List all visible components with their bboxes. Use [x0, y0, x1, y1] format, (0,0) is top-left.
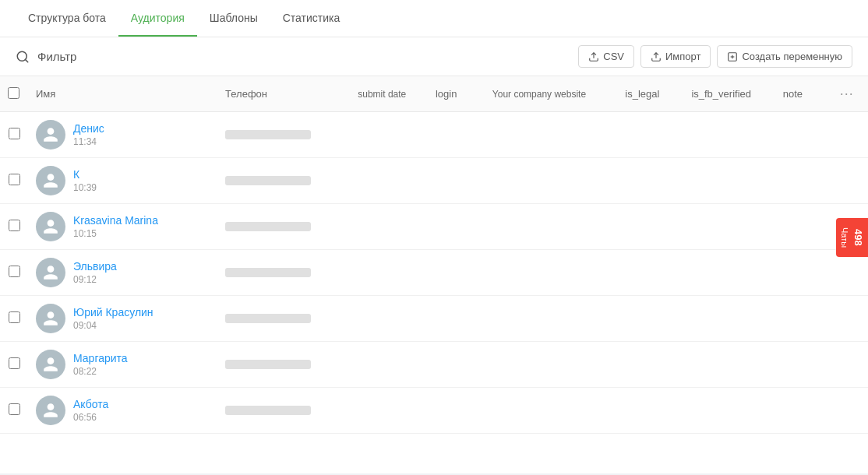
note-cell-6 [775, 388, 832, 434]
col-header-submit-date: submit date [350, 76, 428, 112]
user-time-2: 10:15 [73, 228, 158, 239]
note-cell-3 [775, 250, 832, 296]
col-header-name: Имя [28, 76, 217, 112]
col-header-more[interactable]: ··· [832, 76, 868, 112]
users-table-container: Имя Телефон submit date login Your compa… [0, 76, 868, 473]
phone-cell-3 [217, 250, 350, 296]
table-row: Эльвира 09:12 [0, 250, 868, 296]
login-cell-3 [428, 250, 485, 296]
top-navigation: Структура бота Аудитория Шаблоны Статист… [0, 0, 868, 37]
note-cell-1 [775, 158, 832, 204]
select-all-checkbox[interactable] [8, 87, 19, 99]
is-legal-cell-3 [617, 250, 683, 296]
submit-date-cell-2 [350, 204, 428, 250]
user-name-3[interactable]: Эльвира [73, 260, 117, 273]
import-button[interactable]: Импорт [640, 45, 711, 68]
row-checkbox-5[interactable] [9, 357, 20, 369]
website-cell-5 [485, 342, 618, 388]
table-row: Денис 11:34 [0, 112, 868, 158]
more-cell-0 [832, 112, 868, 158]
create-variable-button[interactable]: Создать переменную [717, 45, 852, 68]
row-checkbox-cell[interactable] [0, 250, 28, 296]
row-checkbox-cell[interactable] [0, 342, 28, 388]
is-legal-cell-4 [617, 296, 683, 342]
user-name-2[interactable]: Krasavina Marina [73, 214, 158, 227]
row-checkbox-3[interactable] [9, 266, 20, 277]
row-checkbox-cell[interactable] [0, 388, 28, 434]
user-name-1[interactable]: К [73, 168, 97, 181]
avatar-0 [36, 120, 65, 150]
is-fb-verified-cell-6 [683, 388, 774, 434]
phone-cell-6 [217, 388, 350, 434]
create-variable-label: Создать переменную [742, 51, 842, 62]
avatar-3 [36, 258, 65, 287]
col-header-note: note [775, 76, 832, 112]
table-row: Krasavina Marina 10:15 [0, 204, 868, 250]
user-cell-3: Эльвира 09:12 [28, 250, 217, 296]
more-columns-icon[interactable]: ··· [840, 86, 854, 101]
user-name-5[interactable]: Маргарита [73, 352, 128, 364]
user-cell-2: Krasavina Marina 10:15 [28, 204, 217, 250]
search-icon[interactable] [16, 50, 30, 64]
is-fb-verified-cell-5 [683, 342, 774, 388]
csv-button[interactable]: CSV [578, 45, 634, 68]
toolbar-actions: CSV Импорт Создать переменную [578, 45, 852, 68]
user-time-0: 11:34 [73, 136, 104, 147]
user-name-4[interactable]: Юрий Красулин [73, 306, 153, 318]
more-cell-6 [832, 388, 868, 434]
is-fb-verified-cell-4 [683, 296, 774, 342]
submit-date-cell-0 [350, 112, 428, 158]
avatar-2 [36, 212, 65, 241]
row-checkbox-4[interactable] [9, 311, 20, 323]
phone-cell-2 [217, 204, 350, 250]
phone-cell-4 [217, 296, 350, 342]
phone-cell-0 [217, 112, 350, 158]
row-checkbox-0[interactable] [9, 128, 20, 139]
row-checkbox-cell[interactable] [0, 112, 28, 158]
row-checkbox-2[interactable] [9, 220, 20, 231]
row-checkbox-1[interactable] [9, 174, 20, 185]
row-checkbox-cell[interactable] [0, 158, 28, 204]
is-legal-cell-6 [617, 388, 683, 434]
tab-structure[interactable]: Структура бота [16, 1, 118, 37]
website-cell-3 [485, 250, 618, 296]
toolbar: Фильтр CSV Импорт Создать переменную [0, 37, 868, 76]
table-header-row: Имя Телефон submit date login Your compa… [0, 76, 868, 112]
chaty-count: 498 [852, 229, 864, 246]
login-cell-4 [428, 296, 485, 342]
user-cell-0: Денис 11:34 [28, 112, 217, 158]
table-row: Маргарита 08:22 [0, 342, 868, 388]
user-name-0[interactable]: Денис [73, 122, 104, 135]
row-checkbox-cell[interactable] [0, 296, 28, 342]
more-cell-4 [832, 296, 868, 342]
chaty-badge[interactable]: 498 Чаты [836, 218, 868, 257]
col-header-login: login [428, 76, 485, 112]
tab-templates[interactable]: Шаблоны [197, 1, 270, 37]
login-cell-5 [428, 342, 485, 388]
user-time-5: 08:22 [73, 366, 128, 377]
phone-cell-5 [217, 342, 350, 388]
tab-statistics[interactable]: Статистика [270, 1, 353, 37]
avatar-6 [36, 396, 65, 425]
select-all-header[interactable] [0, 76, 28, 112]
website-cell-1 [485, 158, 618, 204]
note-cell-4 [775, 296, 832, 342]
row-checkbox-6[interactable] [9, 403, 20, 415]
tab-audience[interactable]: Аудитория [118, 1, 197, 37]
note-cell-5 [775, 342, 832, 388]
table-row: Юрий Красулин 09:04 [0, 296, 868, 342]
phone-placeholder-1 [225, 176, 311, 185]
table-row: Акбота 06:56 [0, 388, 868, 434]
phone-placeholder-0 [225, 130, 311, 139]
chaty-label: Чаты [840, 227, 849, 248]
phone-placeholder-3 [225, 268, 311, 277]
login-cell-1 [428, 158, 485, 204]
phone-placeholder-4 [225, 314, 311, 323]
col-header-company-website: Your company website [485, 76, 618, 112]
col-header-phone: Телефон [217, 76, 350, 112]
user-name-6[interactable]: Акбота [73, 398, 108, 410]
table-row: К 10:39 [0, 158, 868, 204]
phone-cell-1 [217, 158, 350, 204]
row-checkbox-cell[interactable] [0, 204, 28, 250]
note-cell-0 [775, 112, 832, 158]
